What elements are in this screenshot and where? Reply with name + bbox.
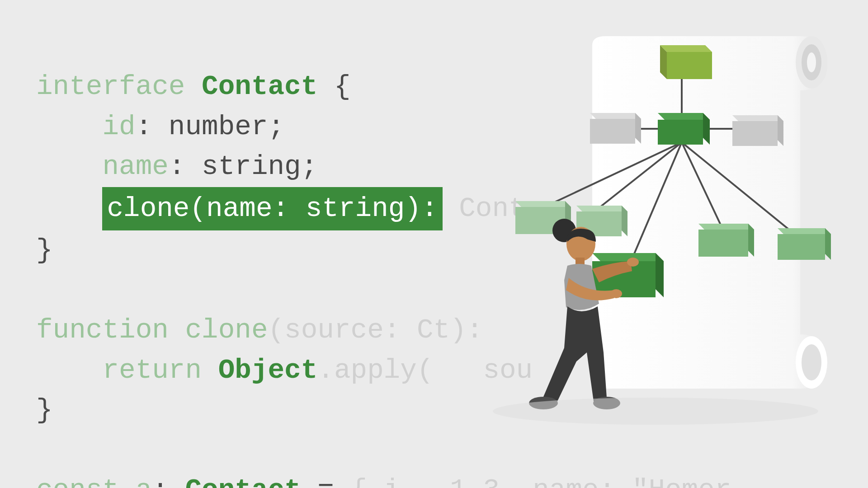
svg-marker-23	[778, 115, 783, 146]
highlighted-clone-method: clone(name: string):	[102, 187, 442, 230]
keyword-interface: interface	[36, 71, 185, 102]
svg-point-3	[796, 336, 827, 389]
svg-point-1	[802, 44, 821, 80]
brace-close: }	[36, 394, 53, 426]
ghost-text: 3, name: "Homer	[483, 474, 731, 488]
method-apply: .apply(	[317, 355, 433, 386]
var-a: a	[119, 474, 152, 488]
ghost-text: Cont	[443, 193, 525, 224]
ghost-num: 1	[450, 474, 467, 488]
type-contact-const: Contact	[185, 474, 301, 488]
svg-marker-38	[825, 228, 831, 260]
keyword-function: function	[36, 314, 169, 346]
ghost-text: { i	[351, 474, 401, 488]
brace-open: {	[317, 71, 350, 102]
svg-point-0	[796, 36, 827, 89]
keyword-const: const	[36, 474, 119, 488]
ghost-text: sou	[483, 355, 533, 386]
svg-marker-37	[778, 228, 831, 234]
brace-open: {	[715, 314, 731, 346]
prop-id: id	[102, 111, 135, 142]
svg-marker-35	[748, 224, 754, 257]
func-args: (source:	[268, 314, 417, 346]
svg-point-4	[802, 344, 821, 380]
equals: =	[301, 474, 351, 488]
svg-point-2	[807, 52, 816, 72]
svg-rect-24	[732, 121, 778, 146]
brace-close: }	[36, 235, 53, 266]
type-contact: Contact	[202, 71, 317, 102]
type-object: Object	[218, 355, 318, 386]
svg-rect-39	[778, 234, 825, 260]
tree-leaf-5	[778, 228, 831, 260]
ghost-text: C	[417, 314, 434, 346]
prop-id-type: : number;	[136, 111, 284, 142]
prop-name-type: : string;	[169, 151, 317, 182]
tree-node-grey-right	[732, 115, 783, 146]
colon: :	[152, 474, 185, 488]
code-snippet: interface Contact { id: number; name: st…	[36, 27, 731, 488]
svg-marker-22	[732, 115, 783, 121]
keyword-return: return	[102, 355, 202, 386]
prop-name: name	[102, 151, 168, 182]
func-args-tail: t):	[434, 314, 483, 346]
func-name-clone: clone	[169, 314, 268, 346]
